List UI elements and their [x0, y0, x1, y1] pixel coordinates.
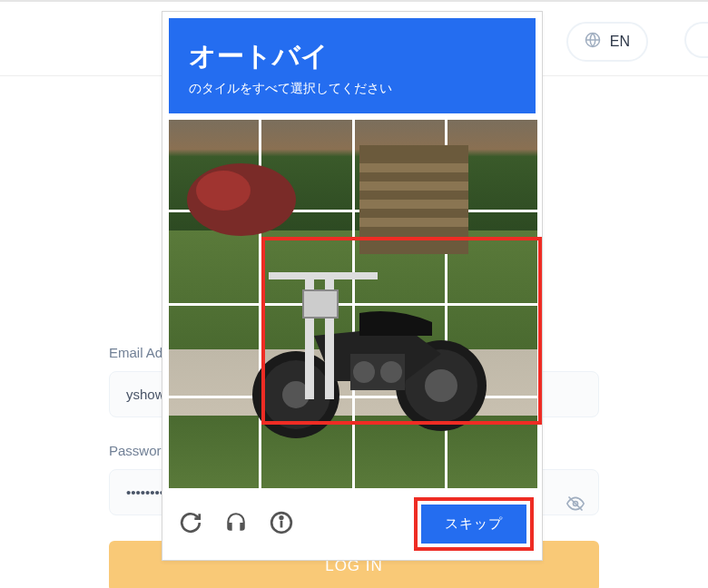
headphone-icon[interactable]: [224, 511, 248, 538]
visibility-off-icon[interactable]: [566, 495, 585, 516]
language-label: EN: [610, 34, 630, 50]
skip-button[interactable]: スキップ: [421, 505, 526, 544]
language-selector[interactable]: EN: [566, 22, 648, 62]
captcha-image-grid: [169, 120, 537, 488]
captcha-tile[interactable]: [169, 306, 259, 396]
captcha-tile[interactable]: [261, 120, 351, 210]
captcha-tile[interactable]: [447, 212, 537, 302]
captcha-tile[interactable]: [261, 306, 351, 396]
captcha-tile[interactable]: [169, 120, 259, 210]
globe-icon: [585, 32, 601, 52]
reload-icon[interactable]: [179, 511, 202, 538]
captcha-tile[interactable]: [169, 398, 259, 488]
svg-point-25: [280, 516, 283, 519]
captcha-tile[interactable]: [261, 212, 351, 302]
captcha-tile[interactable]: [355, 398, 445, 488]
captcha-tile[interactable]: [355, 120, 445, 210]
header-right-button[interactable]: [684, 22, 708, 58]
captcha-footer: スキップ: [162, 488, 542, 560]
captcha-tile[interactable]: [447, 120, 537, 210]
captcha-title: オートバイ: [189, 38, 516, 75]
captcha-tile[interactable]: [169, 212, 259, 302]
recaptcha-challenge: オートバイ のタイルをすべて選択してください: [162, 11, 543, 561]
captcha-tile[interactable]: [355, 306, 445, 396]
captcha-tile[interactable]: [447, 398, 537, 488]
captcha-tile[interactable]: [447, 306, 537, 396]
captcha-tile[interactable]: [261, 398, 351, 488]
captcha-header: オートバイ のタイルをすべて選択してください: [169, 18, 536, 113]
annotation-highlight-skip: スキップ: [414, 497, 534, 551]
info-icon[interactable]: [270, 511, 293, 538]
captcha-subtitle: のタイルをすべて選択してください: [189, 81, 516, 97]
captcha-tile[interactable]: [355, 212, 445, 302]
